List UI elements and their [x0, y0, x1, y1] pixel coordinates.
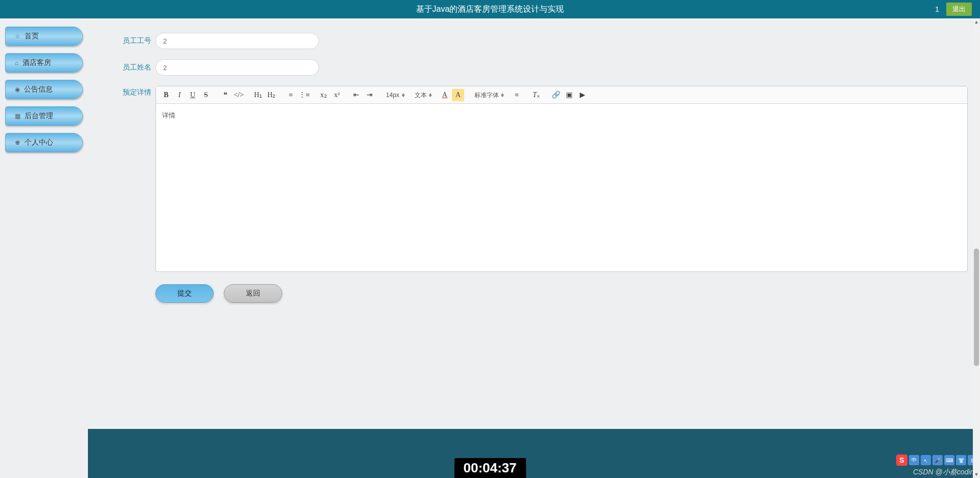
- sidebar-item-profile[interactable]: ♚ 个人中心: [5, 133, 83, 152]
- main-content: 员工工号 员工姓名 预定详情 B I U S ❝ </> H₁ H₂ ≡ ⋮≡: [88, 18, 980, 478]
- heading1-icon[interactable]: H₁: [252, 89, 264, 101]
- scroll-down-icon[interactable]: ▼: [973, 471, 980, 478]
- page-scrollbar[interactable]: ▲ ▼: [973, 18, 980, 478]
- rich-text-editor: B I U S ❝ </> H₁ H₂ ≡ ⋮≡ x₂ x² ⇤ ⇥: [155, 86, 968, 272]
- video-icon[interactable]: ▶: [576, 89, 588, 101]
- ime-voice-icon[interactable]: 🎤: [932, 455, 943, 465]
- sidebar-item-admin[interactable]: ▦ 后台管理: [5, 106, 83, 126]
- superscript-icon[interactable]: x²: [331, 89, 343, 101]
- font-family-select[interactable]: 标准字体: [471, 90, 504, 100]
- editor-toolbar: B I U S ❝ </> H₁ H₂ ≡ ⋮≡ x₂ x² ⇤ ⇥: [156, 86, 967, 104]
- details-label: 预定详情: [100, 86, 151, 97]
- code-icon[interactable]: </>: [233, 89, 245, 101]
- grid-icon: ▦: [15, 112, 20, 120]
- indent-icon[interactable]: ⇥: [363, 89, 376, 101]
- emp-id-label: 员工工号: [100, 36, 151, 45]
- star-icon: ☆: [15, 33, 20, 40]
- sidebar-item-label: 酒店客房: [22, 58, 51, 67]
- font-family-dropdown[interactable]: 标准字体: [471, 90, 507, 100]
- sidebar-item-label: 公告信息: [24, 85, 53, 94]
- highlight-icon[interactable]: A: [452, 89, 464, 101]
- outdent-icon[interactable]: ⇤: [350, 89, 362, 101]
- ime-logo-icon[interactable]: S: [896, 454, 907, 466]
- emp-name-input[interactable]: [155, 59, 319, 76]
- ime-lang-icon[interactable]: 中: [909, 455, 919, 465]
- ime-toolbar: S 中 •, 🎤 ⌨ 👕 ⊞: [896, 454, 978, 466]
- unordered-list-icon[interactable]: ⋮≡: [298, 89, 310, 101]
- clear-format-icon[interactable]: Tₓ: [530, 89, 542, 101]
- text-color-icon[interactable]: A: [439, 89, 451, 101]
- subscript-icon[interactable]: x₂: [317, 89, 330, 101]
- app-title: 基于Java的酒店客房管理系统设计与实现: [416, 4, 564, 15]
- logout-button[interactable]: 退出: [946, 3, 972, 16]
- submit-button[interactable]: 提交: [155, 284, 214, 303]
- form-row-details: 预定详情 B I U S ❝ </> H₁ H₂ ≡ ⋮≡ x₂ x² ⇤: [100, 86, 968, 272]
- link-icon[interactable]: 🔗: [550, 89, 562, 101]
- app-header: 基于Java的酒店客房管理系统设计与实现 1 退出: [0, 0, 980, 18]
- sidebar-nav: ☆ 首页 ⌂ 酒店客房 ◉ 公告信息 ▦ 后台管理 ♚ 个人中心: [0, 18, 88, 168]
- sidebar-item-label: 首页: [25, 32, 39, 41]
- sidebar-item-home[interactable]: ☆ 首页: [5, 27, 83, 46]
- back-button[interactable]: 返回: [224, 284, 282, 303]
- form-row-emp-id: 员工工号: [100, 33, 968, 49]
- ordered-list-icon[interactable]: ≡: [285, 89, 297, 101]
- watermark-text: CSDN @小蔡coding: [913, 468, 978, 477]
- font-size-select[interactable]: 14px: [383, 90, 404, 100]
- editor-content-area[interactable]: 详情: [156, 104, 967, 271]
- image-icon[interactable]: ▣: [563, 89, 575, 101]
- home-icon: ⌂: [15, 59, 18, 66]
- align-icon[interactable]: ≡: [511, 89, 523, 101]
- header-right-area: 1 退出: [935, 3, 972, 16]
- strike-icon[interactable]: S: [200, 89, 212, 101]
- text-style-dropdown[interactable]: 文本: [412, 90, 435, 100]
- bold-icon[interactable]: B: [160, 89, 172, 101]
- page-footer: [88, 429, 980, 478]
- sidebar-item-label: 后台管理: [25, 111, 53, 121]
- form-row-emp-name: 员工姓名: [100, 59, 968, 76]
- emp-name-label: 员工姓名: [100, 63, 151, 72]
- heading2-icon[interactable]: H₂: [265, 89, 278, 101]
- ime-punct-icon[interactable]: •,: [921, 455, 931, 465]
- text-style-select[interactable]: 文本: [412, 90, 431, 100]
- ime-skin-icon[interactable]: 👕: [956, 455, 966, 465]
- current-user: 1: [935, 5, 939, 13]
- scroll-up-icon[interactable]: ▲: [973, 18, 980, 26]
- underline-icon[interactable]: U: [187, 89, 199, 101]
- ime-keyboard-icon[interactable]: ⌨: [944, 455, 954, 465]
- italic-icon[interactable]: I: [173, 89, 186, 101]
- recording-timer: 00:04:37: [454, 458, 526, 478]
- info-icon: ◉: [15, 86, 20, 93]
- font-size-dropdown[interactable]: 14px: [383, 90, 408, 100]
- sidebar-item-announcements[interactable]: ◉ 公告信息: [5, 80, 83, 99]
- quote-icon[interactable]: ❝: [219, 89, 232, 101]
- emp-id-input[interactable]: [155, 33, 319, 49]
- scroll-thumb[interactable]: [974, 248, 979, 366]
- sidebar-item-rooms[interactable]: ⌂ 酒店客房: [5, 53, 83, 73]
- sidebar-item-label: 个人中心: [25, 138, 53, 147]
- form-buttons: 提交 返回: [100, 284, 968, 303]
- user-icon: ♚: [15, 139, 20, 146]
